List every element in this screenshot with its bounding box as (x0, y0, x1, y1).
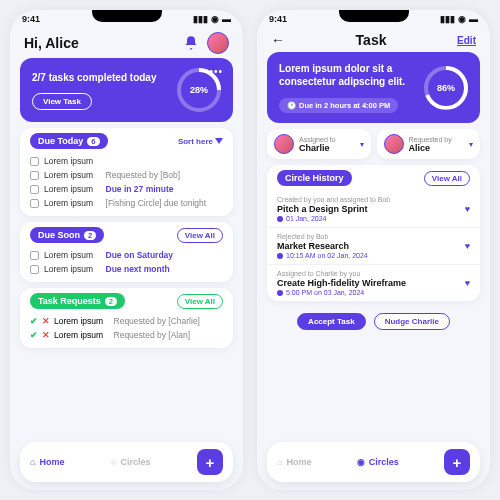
checkbox-icon[interactable] (30, 199, 39, 208)
home-icon: ⌂ (30, 457, 35, 467)
clock-icon: 🕐 (287, 101, 296, 110)
due-pill: 🕐Due in 2 hours at 4:00 PM (279, 98, 398, 113)
list-item[interactable]: Lorem ipsum Requested by [Bob] (30, 168, 223, 182)
dot-icon (277, 290, 283, 296)
notch (92, 10, 162, 22)
avatar[interactable] (207, 32, 229, 54)
page-title: Task (356, 32, 387, 48)
nav-circles[interactable]: ◉Circles (357, 457, 399, 467)
requested-by[interactable]: Requested byAlice ▾ (377, 129, 481, 159)
checkbox-icon[interactable] (30, 171, 39, 180)
add-button[interactable]: + (197, 449, 223, 475)
heart-icon[interactable]: ♥ (465, 278, 470, 288)
progress-ring: 28% (177, 68, 221, 112)
heart-icon[interactable]: ♥ (465, 241, 470, 251)
history-card: Circle History View All Created by you a… (267, 165, 480, 301)
list-item[interactable]: Lorem ipsum Due on Saturday (30, 248, 223, 262)
list-item[interactable]: Lorem ipsum Due in 27 minute (30, 182, 223, 196)
status-time: 9:41 (269, 14, 287, 24)
check-icon[interactable]: ✔ (30, 330, 38, 340)
bottom-nav: ⌂Home ◉Circles + (267, 442, 480, 482)
signal-icon: ▮▮▮ (440, 14, 455, 24)
heart-icon[interactable]: ♥ (465, 204, 470, 214)
wifi-icon: ◉ (458, 14, 466, 24)
nav-home[interactable]: ⌂Home (277, 457, 311, 467)
back-button[interactable]: ← (271, 32, 285, 48)
view-task-button[interactable]: View Task (32, 93, 92, 110)
people-row: Assigned toCharlie ▾ Requested byAlice ▾ (267, 129, 480, 159)
header: Hi, Alice (10, 28, 243, 58)
home-screen: 9:41 ▮▮▮ ◉ ▬ Hi, Alice ••• 2/7 tasks com… (10, 10, 243, 490)
list-item[interactable]: Lorem ipsum [Fishing Circle] due tonight (30, 196, 223, 210)
task-requests-card: Task Requests2 View All ✔✕Lorem ipsum Re… (20, 288, 233, 348)
avatar (384, 134, 404, 154)
signal-icon: ▮▮▮ (193, 14, 208, 24)
edit-button[interactable]: Edit (457, 35, 476, 46)
checkbox-icon[interactable] (30, 185, 39, 194)
progress-hero: ••• 2/7 tasks completed today View Task … (20, 58, 233, 122)
home-icon: ⌂ (277, 457, 282, 467)
accept-button[interactable]: Accept Task (297, 313, 366, 330)
nav-circles[interactable]: ○Circles (111, 457, 150, 467)
battery-icon: ▬ (222, 14, 231, 24)
notch (339, 10, 409, 22)
requests-title: Task Requests2 (30, 293, 125, 309)
funnel-icon (215, 138, 223, 144)
circle-icon: ◉ (357, 457, 365, 467)
sort-button[interactable]: Sort here (178, 137, 223, 146)
progress-ring: 86% (424, 66, 468, 110)
checkbox-icon[interactable] (30, 265, 39, 274)
history-item[interactable]: Assigned to Charlie by you Create High-f… (267, 265, 480, 301)
circle-icon: ○ (111, 457, 116, 467)
status-icons: ▮▮▮ ◉ ▬ (440, 14, 478, 24)
add-button[interactable]: + (444, 449, 470, 475)
task-hero-title: Lorem ipsum dolor sit a consectetur adip… (279, 62, 414, 88)
chevron-down-icon: ▾ (360, 140, 364, 149)
list-item[interactable]: Lorem ipsum Due next month (30, 262, 223, 276)
due-soon-title: Due Soon2 (30, 227, 104, 243)
task-detail-screen: 9:41 ▮▮▮ ◉ ▬ ← Task Edit Lorem ipsum dol… (257, 10, 490, 490)
view-all-button[interactable]: View All (424, 171, 470, 186)
chevron-down-icon: ▾ (469, 140, 473, 149)
task-hero: Lorem ipsum dolor sit a consectetur adip… (267, 52, 480, 123)
status-time: 9:41 (22, 14, 40, 24)
check-icon[interactable]: ✔ (30, 316, 38, 326)
bell-icon[interactable] (183, 35, 199, 51)
view-all-button[interactable]: View All (177, 294, 223, 309)
history-title: Circle History (277, 170, 352, 186)
dot-icon (277, 253, 283, 259)
status-icons: ▮▮▮ ◉ ▬ (193, 14, 231, 24)
hero-title: 2/7 tasks completed today (32, 71, 167, 84)
history-item[interactable]: Created by you and assigned to Bob Pitch… (267, 191, 480, 228)
list-item[interactable]: ✔✕Lorem ipsum Requested by [Alan] (30, 328, 223, 342)
wifi-icon: ◉ (211, 14, 219, 24)
header: ← Task Edit (257, 28, 490, 52)
nudge-button[interactable]: Nudge Charlie (374, 313, 450, 330)
bottom-nav: ⌂Home ○Circles + (20, 442, 233, 482)
checkbox-icon[interactable] (30, 157, 39, 166)
due-soon-card: Due Soon2 View All Lorem ipsum Due on Sa… (20, 222, 233, 282)
checkbox-icon[interactable] (30, 251, 39, 260)
x-icon[interactable]: ✕ (42, 330, 50, 340)
dot-icon (277, 216, 283, 222)
battery-icon: ▬ (469, 14, 478, 24)
nav-home[interactable]: ⌂Home (30, 457, 64, 467)
view-all-button[interactable]: View All (177, 228, 223, 243)
list-item[interactable]: ✔✕Lorem ipsum Requested by [Charlie] (30, 314, 223, 328)
history-item[interactable]: Rejected by Bob Market Research 10:15 AM… (267, 228, 480, 265)
due-today-title: Due Today6 (30, 133, 108, 149)
avatar (274, 134, 294, 154)
x-icon[interactable]: ✕ (42, 316, 50, 326)
due-today-card: Due Today6 Sort here Lorem ipsum Lorem i… (20, 128, 233, 216)
list-item[interactable]: Lorem ipsum (30, 154, 223, 168)
greeting: Hi, Alice (24, 35, 79, 51)
assigned-to[interactable]: Assigned toCharlie ▾ (267, 129, 371, 159)
action-row: Accept Task Nudge Charlie (267, 307, 480, 336)
